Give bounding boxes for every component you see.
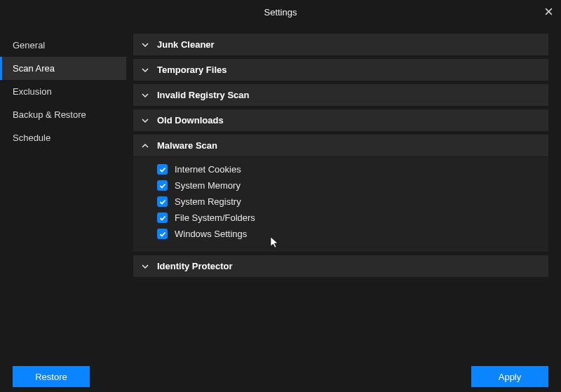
section-temporary-files-header[interactable]: Temporary Files xyxy=(133,59,548,81)
checkbox[interactable] xyxy=(157,180,168,191)
chevron-up-icon xyxy=(142,142,151,149)
chevron-down-icon xyxy=(142,67,151,74)
chevron-down-icon xyxy=(142,263,151,270)
checkbox-label: System Memory xyxy=(175,180,241,191)
checkbox[interactable] xyxy=(157,164,168,175)
close-icon xyxy=(545,7,553,18)
apply-button[interactable]: Apply xyxy=(471,366,548,387)
section-malware-scan-header[interactable]: Malware Scan xyxy=(133,135,548,156)
window-title: Settings xyxy=(264,7,297,18)
section-junk-cleaner-header[interactable]: Junk Cleaner xyxy=(133,34,548,55)
checkbox[interactable] xyxy=(157,196,168,207)
sidebar-item-label: Backup & Restore xyxy=(13,109,86,120)
section-label: Identity Protector xyxy=(157,261,233,271)
sidebar-item-label: Exclusion xyxy=(13,86,52,97)
section-old-downloads: Old Downloads xyxy=(133,109,548,131)
checkbox-label: File System/Folders xyxy=(175,212,255,223)
section-label: Old Downloads xyxy=(157,115,224,126)
chevron-down-icon xyxy=(142,41,151,48)
check-internet-cookies[interactable]: Internet Cookies xyxy=(157,161,541,177)
section-malware-scan: Malware ScanInternet CookiesSystem Memor… xyxy=(133,135,548,252)
checkbox-label: Internet Cookies xyxy=(175,164,241,175)
sidebar-item-scan-area[interactable]: Scan Area xyxy=(0,57,126,80)
section-label: Invalid Registry Scan xyxy=(157,90,250,100)
check-windows-settings[interactable]: Windows Settings xyxy=(157,226,541,242)
sidebar-item-label: General xyxy=(13,40,45,50)
chevron-down-icon xyxy=(142,117,151,124)
section-label: Temporary Files xyxy=(157,65,227,75)
section-identity-protector: Identity Protector xyxy=(133,255,548,277)
section-identity-protector-header[interactable]: Identity Protector xyxy=(133,255,548,277)
checkbox[interactable] xyxy=(157,212,168,223)
section-junk-cleaner: Junk Cleaner xyxy=(133,34,548,55)
titlebar: Settings xyxy=(0,0,561,24)
sidebar-item-exclusion[interactable]: Exclusion xyxy=(0,80,126,103)
check-system-registry[interactable]: System Registry xyxy=(157,194,541,210)
section-invalid-registry-scan-header[interactable]: Invalid Registry Scan xyxy=(133,84,548,106)
sidebar-item-backup-restore[interactable]: Backup & Restore xyxy=(0,103,126,126)
section-temporary-files: Temporary Files xyxy=(133,59,548,81)
checkbox[interactable] xyxy=(157,229,168,239)
section-invalid-registry-scan: Invalid Registry Scan xyxy=(133,84,548,106)
checkbox-label: Windows Settings xyxy=(175,229,247,239)
section-old-downloads-header[interactable]: Old Downloads xyxy=(133,109,548,131)
sidebar-item-general[interactable]: General xyxy=(0,34,126,57)
footer: Restore Apply xyxy=(0,361,561,392)
sidebar-item-label: Scan Area xyxy=(13,63,55,74)
close-button[interactable] xyxy=(541,5,555,19)
sidebar-item-label: Schedule xyxy=(13,133,50,143)
check-file-system-folders[interactable]: File System/Folders xyxy=(157,210,541,226)
check-system-memory[interactable]: System Memory xyxy=(157,177,541,194)
content-panel: Junk CleanerTemporary FilesInvalid Regis… xyxy=(126,24,561,360)
section-malware-scan-body: Internet CookiesSystem MemorySystem Regi… xyxy=(133,156,548,252)
restore-button[interactable]: Restore xyxy=(13,366,90,387)
sidebar-item-schedule[interactable]: Schedule xyxy=(0,126,126,149)
section-label: Malware Scan xyxy=(157,140,217,151)
sidebar: GeneralScan AreaExclusionBackup & Restor… xyxy=(0,24,126,360)
chevron-down-icon xyxy=(142,92,151,99)
section-label: Junk Cleaner xyxy=(157,39,215,50)
checkbox-label: System Registry xyxy=(175,196,241,207)
